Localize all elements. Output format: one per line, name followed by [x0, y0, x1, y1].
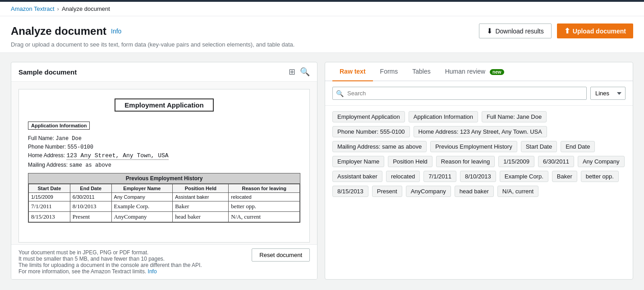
tabs-row: Raw text Forms Tables Human review new	[325, 62, 633, 81]
search-input[interactable]	[332, 87, 587, 100]
left-panel-title: Sample document	[18, 68, 77, 76]
tag-chip: End Date	[561, 141, 595, 152]
header-buttons: ⬇ Download results ⬆ Upload document	[479, 23, 633, 38]
upload-icon: ⬆	[564, 27, 570, 35]
upload-document-button[interactable]: ⬆ Upload document	[557, 23, 633, 38]
tag-chip: N/A, current	[497, 186, 538, 197]
table-row: 1/15/2009 6/30/2011 Any Company Assistan…	[29, 193, 300, 201]
col-employer: Employer Name	[111, 184, 173, 193]
breadcrumb-home[interactable]: Amazon Textract	[11, 5, 55, 12]
table-row: 8/15/2013 Present AnyCompany head baker …	[29, 212, 300, 222]
col-end-date: End Date	[70, 184, 111, 193]
tags-area: Employment ApplicationApplication Inform…	[325, 106, 633, 279]
panel-icons: ⊞ 🔍	[289, 68, 310, 76]
col-position: Position Held	[173, 184, 229, 193]
document-area: Employment Application Application Infor…	[11, 82, 317, 244]
tag-chip: relocated	[386, 171, 420, 182]
doc-field-home-address: Home Address: 123 Any Street, Any Town, …	[28, 152, 300, 160]
human-review-badge: new	[490, 69, 504, 75]
content-area: Sample document ⊞ 🔍 Employment Applicati…	[0, 53, 644, 289]
left-panel-header: Sample document ⊞ 🔍	[11, 62, 317, 82]
col-start-date: Start Date	[29, 184, 70, 193]
lines-select[interactable]: Lines Words	[590, 87, 626, 100]
tab-forms[interactable]: Forms	[373, 62, 405, 81]
doc-title: Employment Application	[115, 98, 213, 112]
limits-info-link[interactable]: Info	[148, 268, 157, 275]
tag-chip: Baker	[552, 171, 577, 182]
tag-chip: Previous Employment History	[430, 141, 517, 152]
employment-history-table: Previous Employment History Start Date E…	[28, 173, 300, 223]
right-panel: Raw text Forms Tables Human review new 🔍…	[325, 62, 633, 280]
table-section-header: Previous Employment History	[28, 173, 300, 184]
main-header: Analyze document Info ⬇ Download results…	[0, 16, 644, 53]
info-link[interactable]: Info	[111, 28, 121, 35]
bottom-info-bar: Reset document Your document must be in …	[11, 244, 317, 279]
tag-chip: Position Held	[388, 156, 432, 167]
doc-section-label: Application Information	[28, 122, 90, 130]
reset-document-button[interactable]: Reset document	[252, 248, 310, 262]
tag-chip: Assistant baker	[332, 171, 382, 182]
left-panel: Sample document ⊞ 🔍 Employment Applicati…	[11, 62, 317, 280]
tag-chip: AnyCompany	[406, 186, 451, 197]
table-header-row: Start Date End Date Employer Name Positi…	[29, 184, 300, 193]
employment-table: Start Date End Date Employer Name Positi…	[28, 184, 300, 222]
download-icon: ⬇	[487, 27, 492, 35]
tag-chip: Any Company	[578, 156, 625, 167]
download-btn-label: Download results	[495, 28, 543, 35]
tag-chip: Home Address: 123 Any Street, Any Town. …	[414, 126, 547, 137]
tag-chip: 8/10/2013	[460, 171, 496, 182]
col-reason: Reason for leaving	[229, 184, 300, 193]
search-wrapper: 🔍	[332, 87, 587, 100]
tag-chip: Present	[372, 186, 402, 197]
doc-field-mailing: Mailing Address: same as above	[28, 162, 300, 168]
tag-chip: Mailing Address: same as above	[332, 141, 427, 152]
upload-btn-label: Upload document	[573, 28, 626, 35]
tag-chip: Full Name: Jane Doe	[482, 111, 547, 122]
tag-chip: 8/15/2013	[332, 186, 368, 197]
grid-icon[interactable]: ⊞	[289, 68, 295, 76]
tag-chip: Employment Application	[332, 111, 405, 122]
document-content: Employment Application Application Infor…	[18, 89, 310, 243]
tag-chip: Start Date	[521, 141, 557, 152]
tag-chip: Reason for leaving	[436, 156, 495, 167]
page-subtitle: Drag or upload a document to see its tex…	[11, 41, 633, 48]
tag-chip: 1/15/2009	[498, 156, 534, 167]
zoom-icon[interactable]: 🔍	[300, 68, 310, 76]
breadcrumb: Amazon Textract › Analyze document	[0, 2, 644, 16]
download-results-button[interactable]: ⬇ Download results	[479, 23, 551, 38]
breadcrumb-current: Analyze document	[62, 5, 110, 12]
tag-chip: 7/1/2011	[423, 171, 456, 182]
doc-field-fullname: Full Name: Jane Doe	[28, 135, 300, 142]
tag-chip: Example Corp.	[500, 171, 548, 182]
tag-chip: Application Information	[409, 111, 478, 122]
doc-field-phone: Phone Number: 555-0100	[28, 144, 300, 150]
page-title: Analyze document	[11, 25, 106, 37]
tag-chip: better opp.	[581, 171, 619, 182]
tab-raw-text[interactable]: Raw text	[332, 62, 373, 81]
tag-chip: Phone Number: 555-0100	[332, 126, 410, 137]
tag-chip: 6/30/2011	[538, 156, 574, 167]
tab-human-review[interactable]: Human review new	[438, 62, 511, 81]
search-icon: 🔍	[336, 90, 344, 97]
breadcrumb-separator: ›	[57, 5, 59, 12]
search-row: 🔍 Lines Words	[325, 81, 633, 106]
table-row: 7/1/2011 8/10/2013 Example Corp. Baker b…	[29, 201, 300, 212]
tab-tables[interactable]: Tables	[405, 62, 437, 81]
tag-chip: head baker	[455, 186, 494, 197]
tag-chip: Employer Name	[332, 156, 384, 167]
